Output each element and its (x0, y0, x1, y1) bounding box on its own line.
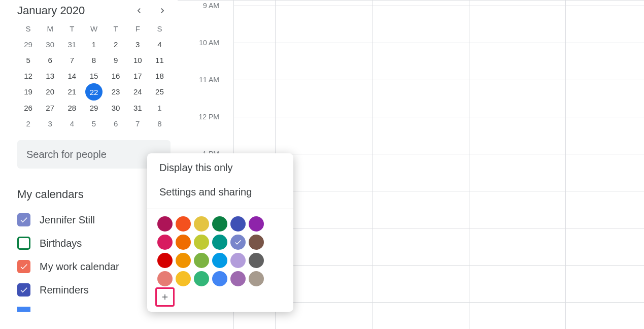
color-swatch[interactable] (194, 235, 209, 250)
calendar-checkbox[interactable] (17, 260, 30, 273)
color-swatch[interactable] (249, 216, 264, 232)
mini-calendar-day[interactable]: 8 (83, 56, 105, 64)
chevron-left-icon[interactable] (134, 6, 144, 16)
hour-label: 12 PM (199, 113, 219, 121)
color-swatch[interactable] (249, 235, 264, 250)
mini-calendar-day[interactable]: 15 (83, 72, 105, 80)
chevron-right-icon[interactable] (157, 6, 167, 16)
mini-calendar-day[interactable]: 30 (105, 104, 127, 112)
mini-calendar-day[interactable]: 19 (17, 87, 39, 96)
search-people-input[interactable] (26, 149, 161, 160)
popover-separator (147, 209, 293, 209)
color-swatch[interactable] (157, 235, 173, 250)
display-this-only[interactable]: Display this only (147, 153, 293, 182)
color-swatch[interactable] (157, 253, 173, 268)
mini-calendar-day[interactable]: 12 (17, 72, 39, 80)
color-swatch[interactable] (194, 253, 209, 268)
mini-calendar-day[interactable]: 8 (149, 119, 171, 128)
mini-calendar-day[interactable]: 10 (127, 56, 149, 64)
mini-calendar-day[interactable]: 28 (61, 104, 83, 112)
mini-calendar-day[interactable]: 7 (127, 119, 149, 128)
color-swatch[interactable] (212, 271, 227, 286)
mini-calendar-day[interactable]: 25 (149, 87, 171, 96)
mini-calendar-day[interactable]: 3 (39, 119, 61, 128)
settings-and-sharing[interactable]: Settings and sharing (147, 182, 293, 207)
mini-calendar-day[interactable]: 13 (39, 72, 61, 80)
mini-calendar-day[interactable]: 5 (17, 56, 39, 64)
mini-calendar-day[interactable]: 7 (61, 56, 83, 64)
grid-background: Dentist appointment3:30 – 4:30pm (233, 1, 644, 329)
color-swatch[interactable] (230, 216, 246, 232)
mini-calendar-day[interactable]: 9 (105, 56, 127, 64)
mini-calendar-nav (134, 6, 167, 16)
mini-calendar-header: January 2020 (17, 4, 171, 17)
color-swatch[interactable] (230, 271, 246, 286)
calendar-checkbox[interactable] (17, 283, 30, 297)
color-swatch[interactable] (212, 235, 227, 250)
dow-label: T (61, 24, 83, 33)
mini-calendar-day[interactable]: 5 (83, 119, 105, 128)
mini-calendar-day[interactable]: 20 (39, 87, 61, 96)
mini-calendar-day[interactable]: 2 (17, 119, 39, 128)
color-swatch[interactable] (157, 271, 173, 286)
color-swatch[interactable] (176, 271, 191, 286)
color-swatch[interactable] (212, 216, 227, 232)
color-swatch[interactable] (176, 216, 191, 232)
mini-calendar-day[interactable]: 14 (61, 72, 83, 80)
mini-calendar-day[interactable]: 17 (127, 72, 149, 80)
color-swatch[interactable] (230, 253, 246, 268)
dow-label: S (17, 24, 39, 33)
mini-calendar-day[interactable]: 21 (61, 87, 83, 96)
mini-calendar-day[interactable]: 31 (127, 104, 149, 112)
mini-calendar-day[interactable]: 11 (149, 56, 171, 64)
day-gridline (565, 1, 566, 329)
color-swatch[interactable] (194, 216, 209, 232)
color-swatch[interactable] (249, 253, 264, 268)
mini-calendar-day[interactable]: 24 (127, 87, 149, 96)
calendar-label: Jennifer Still (40, 214, 95, 226)
calendar-checkbox[interactable] (17, 237, 30, 250)
color-swatch[interactable] (249, 271, 264, 286)
mini-calendar-day[interactable]: 27 (39, 104, 61, 112)
mini-calendar-title: January 2020 (17, 4, 85, 17)
mini-calendar-day[interactable]: 2 (105, 40, 127, 49)
dow-label: F (127, 24, 149, 33)
mini-calendar-day[interactable]: 23 (105, 87, 127, 96)
mini-calendar-day[interactable]: 31 (61, 40, 83, 49)
calendar-label: Reminders (40, 284, 89, 296)
color-swatch[interactable] (176, 235, 191, 250)
color-swatch[interactable] (176, 253, 191, 268)
mini-calendar-day[interactable]: 3 (127, 40, 149, 49)
mini-calendar[interactable]: SMTWTFS293031123456789101112131415161718… (17, 24, 171, 128)
hour-label: 10 AM (199, 39, 219, 47)
mini-calendar-day[interactable]: 16 (105, 72, 127, 80)
calendar-label: Birthdays (40, 238, 82, 249)
hour-label: 11 AM (199, 76, 219, 84)
mini-calendar-day[interactable]: 30 (39, 40, 61, 49)
color-swatch[interactable] (230, 235, 246, 250)
add-color-button[interactable] (157, 289, 173, 305)
hour-gridline (233, 228, 644, 228)
calendar-options-popover: Display this only Settings and sharing (147, 153, 293, 312)
mini-calendar-day[interactable]: 1 (83, 40, 105, 49)
mini-calendar-day[interactable]: 4 (149, 40, 171, 49)
mini-calendar-day[interactable]: 22 (83, 87, 105, 96)
mini-calendar-day[interactable]: 26 (17, 104, 39, 112)
mini-calendar-day[interactable]: 6 (105, 119, 127, 128)
dow-label: T (105, 24, 127, 33)
mini-calendar-day[interactable]: 29 (83, 104, 105, 112)
color-swatch[interactable] (157, 216, 173, 232)
hour-gridline (233, 154, 644, 154)
mini-calendar-day[interactable]: 1 (149, 104, 171, 112)
hour-gridline (233, 80, 644, 80)
calendar-checkbox[interactable] (17, 307, 30, 312)
mini-calendar-day[interactable]: 18 (149, 72, 171, 80)
hour-gridline (233, 6, 644, 6)
mini-calendar-day[interactable]: 4 (61, 119, 83, 128)
mini-calendar-day[interactable]: 6 (39, 56, 61, 64)
day-gridline (469, 1, 469, 329)
calendar-checkbox[interactable] (17, 213, 30, 226)
mini-calendar-day[interactable]: 29 (17, 40, 39, 49)
color-swatch[interactable] (212, 253, 227, 268)
color-swatch[interactable] (194, 271, 209, 286)
